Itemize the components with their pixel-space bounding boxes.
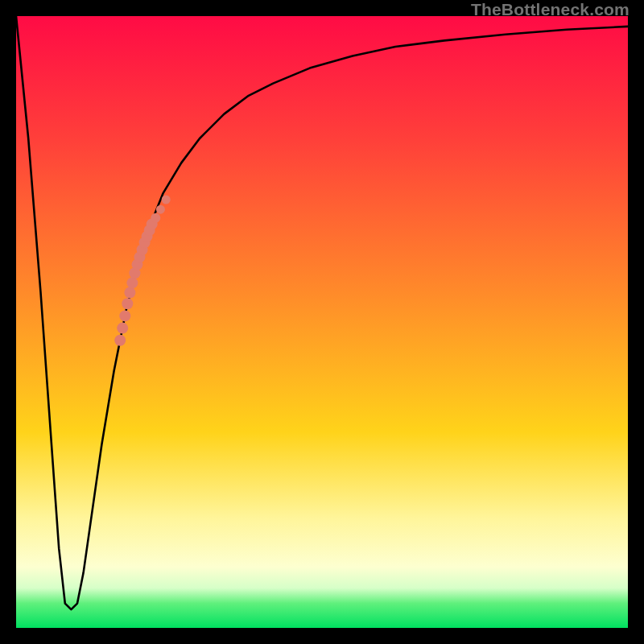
chart-svg [16,16,628,628]
curve-marker [114,335,126,346]
curve-marker [156,205,165,214]
curve-marker [122,298,133,309]
chart-plot-area [16,16,628,628]
watermark-text: TheBottleneck.com [471,0,630,19]
curve-marker [117,323,128,334]
curve-marker [124,287,135,299]
curve-marker [151,213,160,223]
curve-marker [126,277,138,288]
marker-group [114,196,171,346]
chart-frame: TheBottleneck.com [0,0,644,644]
bottleneck-curve [16,16,628,609]
curve-marker [119,310,130,321]
curve-marker [162,196,171,204]
